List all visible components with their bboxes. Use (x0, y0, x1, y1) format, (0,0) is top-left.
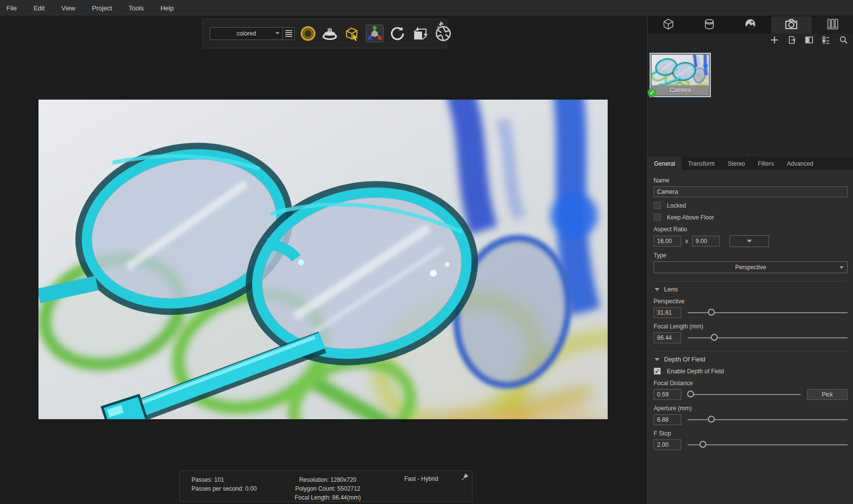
focal-distance-label: Focal Distance (654, 380, 848, 387)
camera-type-dropdown[interactable]: Perspective (654, 261, 848, 273)
render-status-overlay: Passes: 101 Passes per second: 0.00 Reso… (179, 470, 472, 502)
focal-length-slider[interactable] (688, 332, 848, 343)
tab-general[interactable]: General (648, 157, 682, 170)
perspective-slider[interactable] (688, 307, 848, 318)
property-tab-strip: General Transform Stereo Filters Advance… (648, 157, 853, 170)
chevron-down-icon (840, 266, 844, 269)
type-label: Type (654, 252, 848, 259)
pick-button[interactable]: Pick (807, 389, 848, 400)
divider (654, 351, 848, 352)
status-passes: Passes: 101 (192, 475, 257, 484)
menu-tools[interactable]: Tools (120, 0, 152, 16)
menu-file[interactable]: File (0, 0, 25, 16)
viewport-toolbar: colored (202, 19, 447, 48)
aspect-height-input[interactable] (692, 236, 720, 247)
camera-type-value: Perspective (735, 264, 766, 271)
preset-list-icon[interactable] (283, 27, 295, 40)
aperture-slider-handle[interactable] (708, 416, 715, 423)
focal-distance-slider[interactable] (688, 389, 801, 400)
camera-properties: General Transform Stereo Filters Advance… (648, 157, 853, 504)
reset-rotation-icon[interactable] (389, 25, 406, 42)
render-image[interactable] (39, 100, 608, 419)
camera-thumbnail-label: Camera (652, 85, 709, 95)
status-focal-length: Focal Length: 86.44(mm) (264, 493, 392, 502)
focal-length-slider-handle[interactable] (711, 334, 718, 341)
menu-help[interactable]: Help (152, 0, 182, 16)
menu-view[interactable]: View (53, 0, 83, 16)
keep-above-floor-checkbox[interactable] (654, 214, 661, 221)
camera-list-actions (769, 34, 849, 46)
status-passes-per-second: Passes per second: 0.00 (192, 484, 257, 493)
perspective-label: Perspective (654, 298, 848, 305)
tab-cameras[interactable] (771, 15, 812, 34)
chevron-down-icon (275, 32, 279, 35)
lens-section-header[interactable]: Lens (655, 286, 848, 293)
panel-splitter-handle[interactable]: ··· (648, 151, 853, 157)
list-view-icon[interactable] (821, 35, 832, 45)
aspect-preset-dropdown[interactable] (730, 235, 769, 247)
menu-bar: File Edit View Project Tools Help (0, 0, 853, 16)
tab-stereo[interactable]: Stereo (721, 157, 751, 170)
keep-above-floor-label: Keep Above Floor (667, 214, 714, 221)
menu-project[interactable]: Project (83, 0, 120, 16)
tab-transform[interactable]: Transform (682, 157, 721, 170)
aperture-slider[interactable] (688, 414, 848, 425)
camera-preset-value: colored (236, 30, 256, 37)
camera-preset-dropdown[interactable]: colored (210, 27, 283, 40)
pin-icon[interactable] (461, 473, 469, 481)
name-label: Name (654, 177, 848, 184)
material-ring-icon[interactable] (300, 25, 316, 42)
split-view-icon[interactable] (804, 35, 814, 45)
focal-distance-input[interactable] (654, 389, 681, 400)
add-icon[interactable] (769, 35, 780, 45)
pack-geometry-icon[interactable] (411, 25, 429, 42)
fstop-input[interactable] (654, 439, 681, 450)
status-resolution: Resolution: 1280x720 (264, 475, 392, 484)
fstop-label: F Stop (654, 430, 848, 437)
camera-list-item[interactable]: Camera ✓ (650, 53, 711, 97)
gizmo-icon[interactable] (366, 25, 384, 42)
locked-checkbox[interactable] (654, 202, 661, 209)
status-polygon-count: Polygon Count: 5502712 (264, 484, 392, 493)
focal-length-label: Focal Length (mm) (654, 323, 848, 330)
aspect-width-input[interactable] (654, 236, 681, 247)
name-input[interactable] (654, 186, 848, 197)
dof-section-title: Depth Of Field (664, 356, 705, 363)
export-icon[interactable] (786, 35, 797, 45)
collapse-icon (655, 288, 659, 291)
right-panel: Camera ✓ ··· General Transform Stereo Fi… (647, 0, 853, 504)
active-check-icon: ✓ (648, 88, 657, 97)
panel-tab-strip (648, 15, 853, 34)
move-object-icon[interactable] (344, 25, 360, 42)
tab-library[interactable] (812, 15, 853, 34)
pin-icon[interactable] (436, 21, 444, 29)
render-scene-svg (39, 100, 608, 419)
perspective-input[interactable] (654, 307, 681, 318)
perspective-slider-handle[interactable] (708, 309, 715, 316)
tab-filters[interactable]: Filters (751, 157, 780, 170)
lens-section-title: Lens (664, 286, 678, 293)
camera-thumbnail-image (652, 55, 709, 85)
chevron-down-icon (747, 240, 752, 243)
focal-distance-slider-handle[interactable] (687, 391, 694, 397)
fstop-slider[interactable] (688, 439, 848, 450)
fstop-slider-handle[interactable] (699, 441, 706, 448)
render-scene-svg (652, 55, 709, 85)
search-icon[interactable] (838, 35, 849, 45)
aperture-input[interactable] (654, 414, 681, 425)
enable-dof-label: Enable Depth of Field (667, 368, 724, 375)
turntable-icon[interactable] (321, 25, 338, 42)
aspect-x-label: x (685, 238, 688, 245)
menu-edit[interactable]: Edit (25, 0, 53, 16)
focal-length-input[interactable] (654, 332, 681, 343)
dof-section-header[interactable]: Depth Of Field (655, 356, 848, 363)
locked-label: Locked (667, 202, 686, 209)
enable-dof-checkbox[interactable]: ✓ (654, 367, 661, 375)
tab-environment[interactable] (730, 15, 771, 34)
collapse-icon (655, 358, 659, 361)
aperture-label: Aperture (mm) (654, 405, 848, 412)
tab-materials[interactable] (689, 15, 730, 34)
tab-scene[interactable] (648, 15, 689, 34)
aspect-ratio-label: Aspect Ratio (654, 226, 848, 233)
tab-advanced[interactable]: Advanced (780, 157, 819, 170)
